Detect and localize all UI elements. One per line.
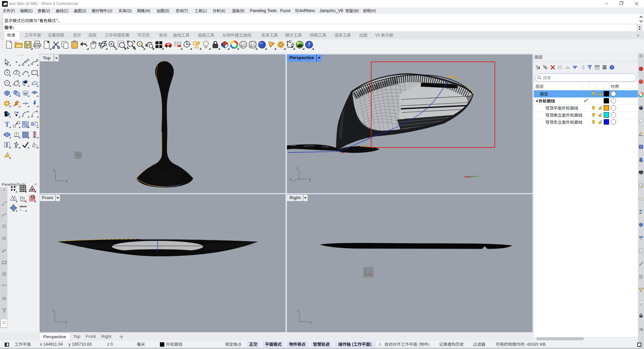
svg-text:z: z (52, 309, 54, 313)
svg-text:y: y (309, 177, 311, 182)
svg-text:about: about (20, 205, 27, 208)
svg-text:{....: {.... (20, 208, 24, 211)
svg-text:x: x (65, 320, 67, 324)
svg-text:?: ? (308, 42, 310, 48)
svg-text:z: z (297, 166, 299, 171)
svg-text:y: y (310, 320, 312, 324)
svg-text:?: ? (640, 145, 642, 149)
svg-text:z: z (297, 309, 299, 313)
svg-text:y: y (53, 168, 55, 172)
svg-text:x: x (66, 179, 68, 183)
svg-text:?: ? (611, 66, 613, 69)
svg-text:x: x (290, 177, 292, 182)
